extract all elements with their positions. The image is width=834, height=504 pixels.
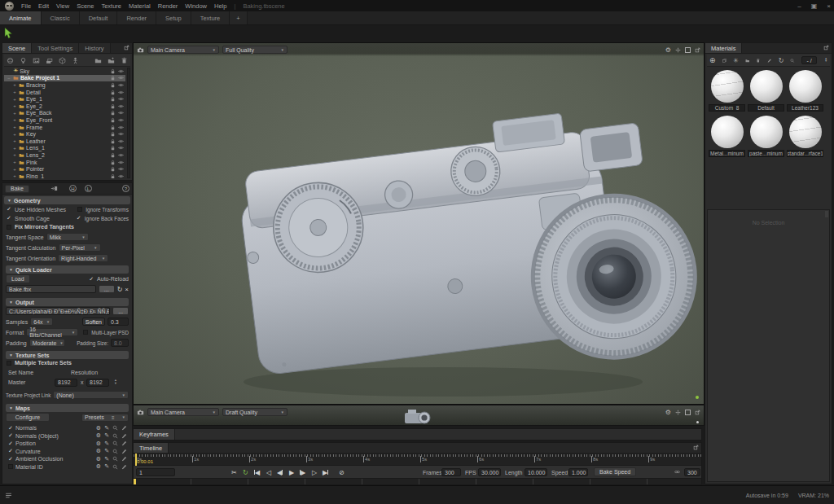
camera-dropdown[interactable]: Main Camera▼ bbox=[147, 46, 219, 54]
material-delete-icon[interactable] bbox=[756, 57, 761, 64]
material-search-icon[interactable] bbox=[790, 57, 795, 64]
play-outline-icon[interactable]: ▷ bbox=[312, 467, 317, 477]
tab-classic[interactable]: Classic bbox=[42, 11, 80, 24]
timeline-track[interactable] bbox=[134, 479, 701, 484]
minimize-button[interactable]: – bbox=[797, 2, 801, 10]
padding-dropdown[interactable]: Moderate▼ bbox=[29, 339, 65, 347]
expander-icon[interactable]: + bbox=[12, 117, 17, 122]
eye-icon[interactable] bbox=[118, 160, 124, 165]
material-settings-icon[interactable]: ✳ bbox=[733, 57, 739, 64]
delete-icon[interactable] bbox=[121, 57, 128, 64]
tab-keyframes[interactable]: Keyframes bbox=[134, 429, 175, 440]
material-item[interactable]: standar...rface1 bbox=[787, 116, 823, 157]
eye-icon[interactable] bbox=[118, 68, 124, 74]
map-checkbox[interactable] bbox=[8, 464, 13, 469]
length-field[interactable]: 10.000 bbox=[525, 468, 547, 476]
add-workspace-tab-button[interactable]: + bbox=[230, 11, 247, 24]
output-browse-button[interactable]: ... bbox=[112, 307, 129, 315]
samples-dropdown[interactable]: 64x▼ bbox=[30, 318, 53, 326]
tree-row[interactable]: +Frame bbox=[4, 124, 125, 131]
expander-icon[interactable]: + bbox=[12, 125, 17, 129]
scene-tree-scrollbar[interactable] bbox=[127, 68, 130, 178]
properties-scrollbar[interactable] bbox=[825, 211, 828, 217]
ignore-transforms-checkbox[interactable] bbox=[77, 207, 82, 212]
new-material-icon[interactable]: ⊕ bbox=[709, 56, 716, 64]
map-edit-icon[interactable]: ✎ bbox=[104, 425, 109, 432]
play-icon[interactable]: ▶ bbox=[289, 467, 294, 477]
tree-row[interactable]: +Bracing bbox=[4, 81, 125, 89]
map-preview-icon[interactable] bbox=[112, 440, 118, 446]
map-paint-icon[interactable] bbox=[121, 456, 127, 462]
fps-field[interactable]: 30.000 bbox=[478, 468, 501, 476]
quality-dropdown[interactable]: Full Quality▼ bbox=[222, 46, 288, 54]
map-edit-icon[interactable]: ✎ bbox=[104, 440, 109, 447]
auto-reload-checkbox[interactable]: ✓ bbox=[88, 276, 94, 283]
map-settings-icon[interactable]: ⚙ bbox=[96, 463, 101, 470]
map-checkbox[interactable]: ✓ bbox=[7, 448, 14, 454]
map-edit-icon[interactable]: ✎ bbox=[104, 448, 109, 454]
duplicate-folder-icon[interactable] bbox=[108, 57, 115, 64]
play-reverse-icon[interactable]: ◁ bbox=[266, 467, 271, 477]
map-settings-icon[interactable]: ⚙ bbox=[96, 440, 101, 447]
add-figure-icon[interactable] bbox=[72, 57, 79, 64]
eye-icon[interactable] bbox=[118, 117, 124, 123]
duplicate-material-icon[interactable] bbox=[722, 57, 727, 64]
expander-icon[interactable]: + bbox=[12, 90, 17, 94]
map-paint-icon[interactable] bbox=[121, 433, 127, 439]
lock-icon[interactable] bbox=[110, 145, 116, 151]
tree-row[interactable]: +Leather bbox=[4, 138, 125, 145]
eye-icon[interactable] bbox=[118, 145, 124, 151]
menu-window[interactable]: Window bbox=[185, 2, 207, 10]
tab-timeline[interactable]: Timeline bbox=[134, 443, 169, 453]
eye-icon[interactable] bbox=[118, 125, 124, 130]
add-mesh-icon[interactable] bbox=[7, 57, 14, 64]
bake-tab[interactable]: Bake bbox=[5, 185, 29, 193]
configure-button[interactable]: Configure bbox=[6, 413, 50, 422]
menu-edit[interactable]: Edit bbox=[38, 2, 49, 10]
expander-icon[interactable]: + bbox=[12, 138, 17, 143]
resolution-height-field[interactable]: 8192 bbox=[86, 379, 109, 387]
cut-icon[interactable]: ✂ bbox=[231, 467, 237, 477]
map-edit-icon[interactable]: ✎ bbox=[104, 463, 109, 470]
material-item[interactable]: Default bbox=[748, 70, 784, 112]
lock-icon[interactable] bbox=[110, 90, 116, 95]
material-paint-icon[interactable] bbox=[767, 57, 772, 64]
bake-speed-button[interactable]: Bake Speed bbox=[594, 467, 636, 476]
close-button[interactable]: × bbox=[827, 2, 831, 10]
timeline-ruler[interactable]: 0s 1s 2s 3s 4s 5s 6s 7s 8s 9s 0:00.01 bbox=[134, 454, 701, 466]
texture-sets-section-header[interactable]: ▼Texture Sets bbox=[6, 351, 129, 359]
step-forward-icon[interactable]: ▶ bbox=[300, 467, 305, 477]
tangent-calculation-dropdown[interactable]: Per-Pixel▼ bbox=[59, 243, 101, 252]
use-hidden-meshes-checkbox[interactable]: ✓ bbox=[6, 206, 12, 213]
material-refresh-icon[interactable]: ↻ bbox=[779, 57, 784, 64]
tangent-space-dropdown[interactable]: Mikk▼ bbox=[46, 233, 89, 241]
padding-size-field[interactable]: 8.0 bbox=[111, 339, 129, 347]
eye-icon[interactable] bbox=[118, 96, 124, 102]
viewport-maximize-icon[interactable] bbox=[685, 47, 691, 53]
lock-icon[interactable] bbox=[110, 173, 116, 178]
multilayer-psd-checkbox[interactable] bbox=[83, 330, 88, 335]
tree-row[interactable]: +Eye_2 bbox=[4, 103, 125, 110]
frames-field[interactable]: 300 bbox=[441, 468, 461, 476]
map-row-curvature[interactable]: ✓Curvature ⚙✎ bbox=[4, 448, 130, 456]
skip-start-icon[interactable]: ◀ bbox=[254, 467, 260, 477]
lock-icon[interactable] bbox=[110, 82, 116, 88]
reload-file-icon[interactable]: ↻ bbox=[117, 286, 123, 293]
material-item[interactable]: Custom_8 bbox=[709, 70, 745, 112]
geometry-section-header[interactable]: ▼Geometry bbox=[4, 196, 130, 204]
expander-icon[interactable]: + bbox=[12, 111, 17, 116]
tree-row[interactable]: +Eye_1 bbox=[4, 95, 125, 103]
expander-icon[interactable]: + bbox=[12, 103, 17, 108]
camera-dropdown[interactable]: Main Camera▼ bbox=[147, 408, 219, 416]
map-edit-icon[interactable]: ✎ bbox=[104, 432, 109, 439]
quality-dropdown[interactable]: Draft Quality▼ bbox=[222, 408, 288, 416]
speed-field[interactable]: 1.000 bbox=[568, 468, 588, 476]
lock-icon[interactable] bbox=[110, 152, 116, 158]
tree-row[interactable]: +Lens_2 bbox=[4, 151, 125, 159]
multiple-texture-sets-checkbox[interactable] bbox=[7, 361, 11, 366]
lock-icon[interactable] bbox=[110, 75, 116, 81]
menu-material[interactable]: Material bbox=[129, 2, 151, 10]
menu-scene[interactable]: Scene bbox=[77, 2, 94, 10]
map-row-ambient-occlusion[interactable]: ✓Ambient Occlusion ⚙✎ bbox=[4, 455, 130, 463]
map-preview-icon[interactable] bbox=[112, 425, 118, 431]
